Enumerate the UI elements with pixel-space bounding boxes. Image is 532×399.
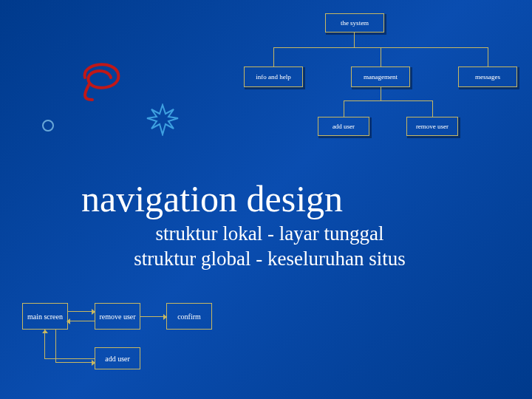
flow-arrow	[44, 358, 95, 359]
tree-connector	[273, 47, 274, 66]
tree-connector	[381, 47, 381, 66]
tree-node-removeuser: remove user	[406, 117, 458, 136]
small-circle-icon	[41, 118, 55, 133]
starburst-icon	[144, 103, 181, 136]
tree-connector	[381, 87, 381, 100]
tree-node-messages: messages	[458, 66, 517, 87]
page-title: navigation design	[81, 177, 343, 220]
flow-add-user: add user	[95, 347, 140, 369]
flow-remove-user: remove user	[95, 303, 140, 330]
arrowhead-icon	[163, 314, 167, 320]
arrowhead-icon	[42, 330, 48, 333]
tree-node-adduser: add user	[318, 117, 369, 136]
flow-arrow	[44, 330, 45, 358]
arrowhead-icon	[92, 360, 95, 366]
tree-connector	[432, 100, 433, 117]
flow-main-screen: main screen	[22, 303, 68, 330]
flow-confirm: confirm	[166, 303, 212, 330]
tree-node-management: management	[351, 66, 410, 87]
tree-connector	[344, 100, 344, 117]
tree-root: the system	[325, 13, 384, 33]
svg-point-1	[43, 120, 53, 131]
arrowhead-icon	[66, 318, 70, 324]
page-subtitle: struktur lokal - layar tunggal struktur …	[111, 222, 429, 272]
tree-connector	[344, 100, 432, 101]
tree-connector	[488, 47, 488, 66]
tree-connector	[354, 33, 355, 47]
flow-arrow	[55, 362, 95, 363]
svg-marker-0	[147, 105, 178, 134]
arrowhead-icon	[92, 309, 95, 315]
flow-arrow	[68, 321, 95, 321]
flow-arrow	[55, 330, 56, 362]
subtitle-line-2: struktur global - keseluruhan situs	[134, 248, 405, 270]
flow-arrow	[68, 311, 95, 312]
subtitle-line-1: struktur lokal - layar tunggal	[156, 222, 384, 245]
flow-arrow	[140, 316, 166, 317]
tree-node-info: info and help	[244, 66, 303, 87]
red-scribble-icon	[78, 59, 137, 103]
